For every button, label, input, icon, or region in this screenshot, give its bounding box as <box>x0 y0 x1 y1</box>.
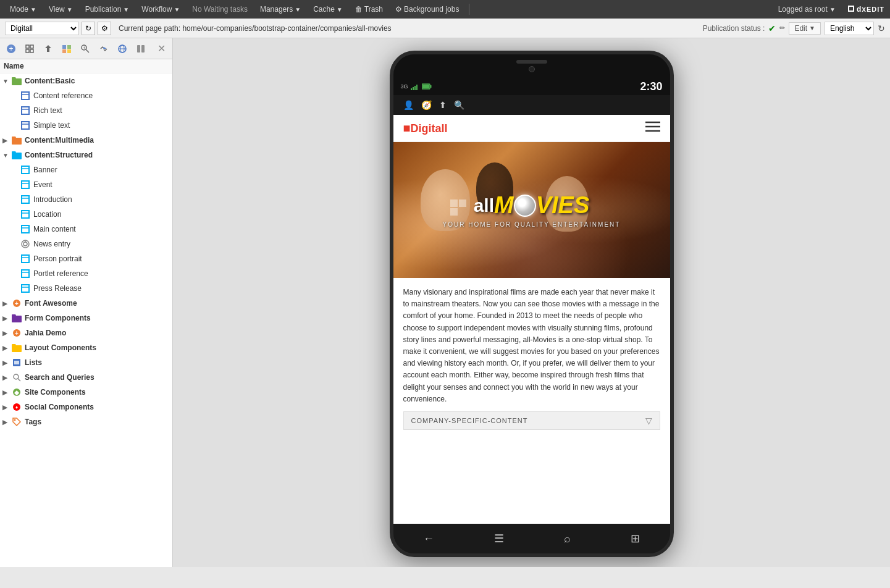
tree-item-21[interactable]: ▶◆Site Components <box>0 385 172 400</box>
tree-item-13[interactable]: Portlet reference <box>0 266 172 281</box>
tree-label-8: Introduction <box>33 195 72 204</box>
refresh-site-btn[interactable]: ↻ <box>82 22 95 35</box>
apps-nav-icon[interactable]: ⊞ <box>631 532 640 545</box>
svg-rect-36 <box>22 225 29 233</box>
tree-icon-square-teal <box>20 209 31 220</box>
tree-label-3: Simple text <box>33 121 70 130</box>
content-strip-toggle[interactable]: ▽ <box>645 416 652 426</box>
phone-camera <box>529 66 535 72</box>
tree-item-23[interactable]: ▶Tags <box>0 414 172 429</box>
tree-item-1[interactable]: Content reference <box>0 88 172 103</box>
menu-background-jobs[interactable]: ⚙ Background jobs <box>390 4 464 15</box>
tree-icon-square-teal <box>20 194 31 205</box>
svg-rect-22 <box>22 92 29 99</box>
svg-rect-63 <box>413 87 414 90</box>
no-waiting-tasks: No Waiting tasks <box>187 4 253 15</box>
svg-rect-73 <box>459 200 466 207</box>
tree-item-0[interactable]: ▼Content:Basic <box>0 74 172 88</box>
tree-item-7[interactable]: Event <box>0 177 172 192</box>
tree-label-23: Tags <box>25 418 41 426</box>
svg-text:♦: ♦ <box>15 405 18 410</box>
menu-managers[interactable]: Managers ▼ <box>255 4 306 15</box>
tree-item-5[interactable]: ▼Content:Structured <box>0 148 172 162</box>
tree-item-8[interactable]: Introduction <box>0 192 172 207</box>
tree-label-22: Social Components <box>25 403 94 411</box>
tree-item-4[interactable]: ▶Content:Multimedia <box>0 133 172 148</box>
language-select[interactable]: English <box>825 22 874 35</box>
svg-text:+: + <box>15 300 19 307</box>
config-btn[interactable]: ⚙ <box>98 22 111 35</box>
grid-btn[interactable] <box>132 40 149 57</box>
zoom-btn[interactable]: + <box>77 40 94 57</box>
content-strip[interactable]: COMPANY-SPECIFIC-CONTENT ▽ <box>403 411 660 430</box>
tree-item-18[interactable]: ▶Layout Components <box>0 340 172 355</box>
expand-btn[interactable] <box>21 40 38 57</box>
tree-item-11[interactable]: News entry <box>0 237 172 251</box>
refresh-lang-btn[interactable]: ↻ <box>878 23 885 33</box>
tree-item-3[interactable]: Simple text <box>0 118 172 133</box>
tree-item-14[interactable]: Press Release <box>0 281 172 296</box>
svg-rect-65 <box>416 85 418 90</box>
main-layout: + + ✕ <box>0 38 890 567</box>
download-btn[interactable] <box>58 40 75 57</box>
tree-toggle-18: ▶ <box>2 345 11 351</box>
phone-mockup: 3G 2:30 👤 <box>390 51 674 557</box>
home-nav-icon[interactable]: ☰ <box>494 532 504 545</box>
tree-item-2[interactable]: Rich text <box>0 103 172 118</box>
menu-workflow[interactable]: Workflow ▼ <box>136 4 185 15</box>
cd-icon <box>514 195 536 217</box>
left-panel-header: Name <box>0 59 172 74</box>
tree-item-17[interactable]: ▶+Jahia Demo <box>0 326 172 340</box>
upload-btn[interactable] <box>40 40 57 57</box>
tree-item-10[interactable]: Main content <box>0 222 172 237</box>
svg-rect-6 <box>26 45 29 48</box>
hero-all-text: all <box>474 195 494 216</box>
tree-item-19[interactable]: ▶Lists <box>0 355 172 370</box>
tree-icon-square-teal <box>20 164 31 175</box>
tree-label-12: Person portrait <box>33 254 82 263</box>
phone-nav-bar: 👤 🧭 ⬆ 🔍 <box>393 95 670 115</box>
menu-mode[interactable]: Mode ▼ <box>5 4 41 15</box>
back-nav-icon[interactable]: ← <box>423 532 434 545</box>
secondary-toolbar: Digitall ↻ ⚙ Current page path: home/our… <box>0 19 890 38</box>
site-select[interactable]: Digitall <box>5 22 79 35</box>
tree-icon-circle-orange2: + <box>11 327 22 338</box>
svg-rect-21 <box>141 45 145 52</box>
svg-rect-13 <box>67 49 71 53</box>
add-content-btn[interactable]: + <box>2 40 20 57</box>
svg-text:◆: ◆ <box>14 389 20 396</box>
menu-view[interactable]: View ▼ <box>44 4 78 15</box>
menu-publication[interactable]: Publication ▼ <box>80 4 135 15</box>
link-btn[interactable] <box>95 40 112 57</box>
menu-trash[interactable]: 🗑 Trash <box>350 4 388 15</box>
top-menubar: Mode ▼ View ▼ Publication ▼ Workflow ▼ N… <box>0 0 890 19</box>
tree-item-20[interactable]: ▶Search and Queries <box>0 370 172 385</box>
hamburger-menu[interactable] <box>645 121 660 135</box>
phone-status-bar: 3G 2:30 <box>393 78 670 95</box>
tree-item-16[interactable]: ▶Form Components <box>0 311 172 326</box>
tree-toggle-16: ▶ <box>2 315 11 322</box>
globe-btn[interactable] <box>114 40 131 57</box>
tree-label-13: Portlet reference <box>33 269 88 278</box>
tree-item-9[interactable]: Location <box>0 207 172 222</box>
tree-item-12[interactable]: Person portrait <box>0 251 172 266</box>
person-icon: 👤 <box>403 100 414 110</box>
close-panel-btn[interactable]: ✕ <box>153 40 170 57</box>
edit-button[interactable]: Edit ▼ <box>789 22 821 35</box>
tree-icon-circle-orange: + <box>11 298 22 309</box>
pub-status-label: Publication status : <box>703 24 765 33</box>
search-bottom-icon[interactable]: ⌕ <box>564 532 571 545</box>
tree-item-15[interactable]: ▶+Font Awesome <box>0 296 172 311</box>
logged-as[interactable]: Logged as root ▼ <box>773 4 841 15</box>
hero-m-text: M <box>494 192 514 219</box>
phone-top-bar <box>393 54 670 78</box>
menu-cache[interactable]: Cache ▼ <box>308 4 348 15</box>
tree-label-4: Content:Multimedia <box>25 136 94 145</box>
tree-item-6[interactable]: Banner <box>0 162 172 177</box>
tree-item-22[interactable]: ▶♦Social Components <box>0 400 172 414</box>
tree-icon-list-icon <box>11 357 22 368</box>
svg-rect-24 <box>22 107 29 114</box>
signal-bars-icon <box>411 83 419 90</box>
svg-rect-72 <box>450 200 458 207</box>
tree-label-1: Content reference <box>33 91 93 100</box>
